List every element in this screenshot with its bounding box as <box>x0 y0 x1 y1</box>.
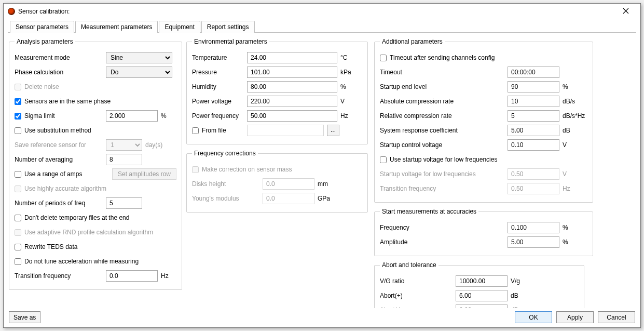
set-amplitudes-button[interactable]: Set amplitudes row <box>112 168 176 180</box>
acc-amplitude-label: Amplitude <box>380 239 504 246</box>
additional-parameters-group: Additional parameters Timeout after send… <box>374 38 593 203</box>
adaptive-rnd-label: Use adaptive RND profile calculation alg… <box>24 229 153 236</box>
startup-end-unit: % <box>563 83 587 90</box>
dialog-body: Analysis parameters Measurement mode Sin… <box>4 33 640 308</box>
from-file-browse-button[interactable]: ... <box>327 125 339 136</box>
frequency-corrections-group: Frequency corrections Make correction on… <box>186 150 368 213</box>
transition-freq-input[interactable] <box>106 270 158 282</box>
power-voltage-unit: V <box>340 98 356 105</box>
additional-legend: Additional parameters <box>380 38 445 45</box>
humidity-label: Humidity <box>192 83 244 90</box>
temperature-input[interactable] <box>247 52 337 63</box>
young-label: Young's modulus <box>192 195 259 202</box>
power-voltage-input[interactable] <box>247 96 337 107</box>
phase-calculation-label: Phase calculation <box>15 69 103 76</box>
timeout-label: Timeout <box>380 69 504 76</box>
env-legend: Environmental parameters <box>192 38 269 45</box>
startup-end-label: Startup end level <box>380 83 504 90</box>
startup-ctrl-v-unit: V <box>563 141 587 149</box>
sys-resp-unit: dB <box>563 127 587 134</box>
titlebar: Sensor calibration: <box>4 4 640 19</box>
use-startup-low-checkbox[interactable]: Use startup voltage for low frequencies <box>380 156 497 163</box>
pressure-label: Pressure <box>192 69 244 76</box>
sys-resp-input[interactable] <box>508 125 559 136</box>
tab-equipment[interactable]: Equipment <box>159 21 200 33</box>
tab-measurement-parameters[interactable]: Measurement parameters <box>75 21 158 33</box>
cancel-button[interactable]: Cancel <box>598 311 635 323</box>
sigma-limit-input[interactable] <box>106 110 158 122</box>
humidity-input[interactable] <box>247 81 337 92</box>
dialog-window: Sensor calibration: Sensor parameters Me… <box>3 3 641 328</box>
abort-plus-input[interactable] <box>456 290 508 301</box>
abort-plus-unit: dB <box>511 292 526 299</box>
pressure-input[interactable] <box>247 67 337 78</box>
apply-button[interactable]: Apply <box>556 311 594 323</box>
periods-freq-input[interactable] <box>106 197 142 209</box>
temperature-unit: °C <box>340 54 356 61</box>
tab-strip: Sensor parameters Measurement parameters… <box>4 20 640 32</box>
abort-plus-label: Abort(+) <box>380 292 453 299</box>
timeout-input[interactable] <box>508 67 559 78</box>
pressure-unit: kPa <box>340 69 356 76</box>
adaptive-rnd-checkbox[interactable]: Use adaptive RND profile calculation alg… <box>15 229 153 236</box>
make-correction-checkbox[interactable]: Make correction on sensor mass <box>192 166 292 173</box>
power-voltage-label: Power voltage <box>192 98 244 105</box>
sys-resp-label: System response coefficient <box>380 127 504 134</box>
rel-compr-input[interactable] <box>508 110 559 122</box>
substitution-label: Use substitution method <box>24 127 91 134</box>
close-button[interactable] <box>615 7 636 16</box>
tab-sensor-parameters[interactable]: Sensor parameters <box>10 21 74 33</box>
startup-v-low-input[interactable] <box>508 168 559 180</box>
measurement-mode-select[interactable]: Sine <box>106 52 172 63</box>
timeout-chk-checkbox[interactable]: Timeout after sending channels config <box>380 54 495 61</box>
dont-delete-checkbox[interactable]: Don't delete temporary files at the end <box>15 214 129 221</box>
young-unit: GPa <box>318 195 333 202</box>
disks-height-input[interactable] <box>263 178 314 190</box>
vg-ratio-input[interactable] <box>456 275 508 287</box>
same-phase-checkbox[interactable]: Sensors are in the same phase <box>15 98 111 105</box>
environmental-parameters-group: Environmental parameters Temperature °C … <box>186 38 368 144</box>
startup-v-low-unit: V <box>563 170 587 178</box>
tab-report-settings[interactable]: Report settings <box>201 21 255 33</box>
disks-height-unit: mm <box>318 180 333 188</box>
young-input[interactable] <box>263 193 314 204</box>
no-tune-accel-label: Do not tune acceleration while measuring <box>24 258 139 265</box>
startup-ctrl-v-label: Startup control voltage <box>380 141 504 149</box>
save-ref-select[interactable]: 1 <box>106 139 142 151</box>
startup-ctrl-v-input[interactable] <box>508 139 559 151</box>
humidity-unit: % <box>340 83 356 90</box>
rel-compr-label: Relative compression rate <box>380 112 504 120</box>
save-as-button[interactable]: Save as <box>9 311 40 323</box>
add-transition-freq-input[interactable] <box>508 183 559 194</box>
abort-minus-input[interactable] <box>456 304 508 308</box>
rewrite-teds-checkbox[interactable]: Rewrite TEDS data <box>15 243 78 250</box>
highly-accurate-checkbox[interactable]: Use highly accurate algorithm <box>15 185 106 192</box>
range-amps-checkbox[interactable]: Use a range of amps <box>15 170 82 178</box>
power-freq-label: Power frequency <box>192 112 244 120</box>
acc-frequency-input[interactable] <box>508 222 559 233</box>
no-tune-accel-checkbox[interactable]: Do not tune acceleration while measuring <box>15 258 139 265</box>
num-avg-input[interactable] <box>106 154 142 165</box>
sigma-limit-unit: % <box>161 112 176 120</box>
acc-frequency-label: Frequency <box>380 224 504 231</box>
vg-ratio-unit: V/g <box>511 277 526 285</box>
from-file-input[interactable] <box>247 125 324 136</box>
save-ref-unit: day(s) <box>145 141 162 149</box>
rewrite-teds-label: Rewrite TEDS data <box>24 243 78 250</box>
abs-compr-input[interactable] <box>508 96 559 107</box>
delete-noise-checkbox[interactable]: Delete noise <box>15 83 59 90</box>
from-file-checkbox[interactable]: From file <box>192 127 244 134</box>
phase-calculation-select[interactable]: Do <box>106 67 172 78</box>
disks-height-label: Disks height <box>192 180 259 188</box>
sigma-limit-checkbox[interactable]: Sigma limit <box>15 112 55 120</box>
power-freq-input[interactable] <box>247 110 337 122</box>
acc-amplitude-input[interactable] <box>508 236 559 248</box>
substitution-checkbox[interactable]: Use substitution method <box>15 127 91 134</box>
abort-tolerance-group: Abort and tolerance V/G ratio V/g Abort(… <box>374 261 584 308</box>
add-transition-freq-label: Transition frequency <box>380 185 504 192</box>
abort-legend: Abort and tolerance <box>380 261 439 269</box>
analysis-parameters-group: Analysis parameters Measurement mode Sin… <box>9 38 182 290</box>
ok-button[interactable]: OK <box>515 311 552 323</box>
startup-end-input[interactable] <box>508 81 559 92</box>
window-title: Sensor calibration: <box>18 8 70 15</box>
